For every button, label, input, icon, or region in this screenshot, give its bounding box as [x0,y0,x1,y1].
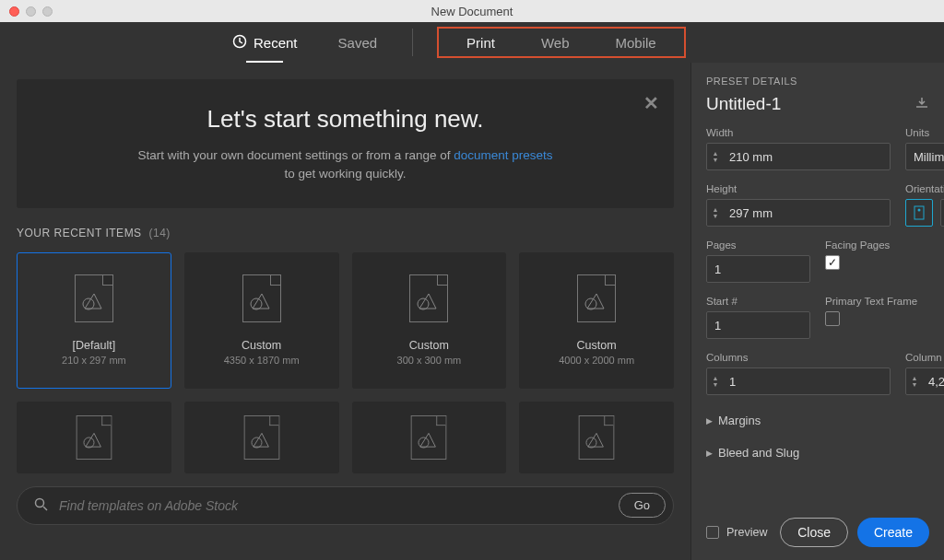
preview-checkbox[interactable] [706,526,719,539]
preset-custom-1[interactable]: Custom 4350 x 1870 mm [184,252,339,389]
hero-banner: ✕ Let's start something new. Start with … [17,79,674,208]
bleed-slug-section-toggle[interactable]: ▶ Bleed and Slug [706,446,929,460]
document-name[interactable]: Untitled-1 [706,94,781,114]
svg-point-1 [83,298,94,309]
preset-row2-2[interactable] [184,402,339,473]
chevron-right-icon: ▶ [706,449,713,458]
preset-details-panel: PRESET DETAILS Untitled-1 Width ▲▼ Units… [690,63,944,560]
pages-label: Pages [706,239,810,251]
recent-items-heading: YOUR RECENT ITEMS (14) [17,227,674,239]
create-button[interactable]: Create [857,518,929,547]
doc-type-tabs-highlight: Print Web Mobile [437,27,686,58]
panel-title: PRESET DETAILS [706,76,929,87]
document-presets-link[interactable]: document presets [454,148,552,162]
primary-text-frame-checkbox[interactable] [825,311,840,326]
facing-pages-checkbox[interactable]: ✓ [825,255,840,270]
tab-mobile[interactable]: Mobile [593,27,679,58]
svg-point-9 [36,498,44,507]
svg-point-7 [419,438,429,448]
width-field[interactable]: ▲▼ [706,143,891,170]
minimize-window-button[interactable] [26,6,36,17]
stepper-icon[interactable]: ▲▼ [707,204,724,221]
start-input[interactable] [707,312,809,338]
search-icon [34,497,48,514]
main-area: ✕ Let's start something new. Start with … [0,63,690,560]
columns-field[interactable]: ▲▼ [706,368,891,395]
primary-text-frame-label: Primary Text Frame [825,296,929,307]
svg-line-10 [43,507,47,510]
close-button[interactable]: Close [780,518,848,547]
facing-pages-label: Facing Pages [825,239,929,251]
svg-point-2 [251,298,262,309]
start-field[interactable] [706,311,810,339]
document-icon [411,415,447,460]
svg-point-3 [418,298,429,309]
tab-web[interactable]: Web [518,27,593,58]
tab-print-label: Print [466,35,495,51]
document-icon [77,415,112,460]
zoom-window-button[interactable] [42,6,53,17]
document-icon [243,415,279,460]
stock-search-bar: Go [17,486,674,525]
preset-row2-1[interactable] [17,402,171,473]
close-window-button[interactable] [9,6,19,17]
tab-web-label: Web [541,35,570,51]
preview-label: Preview [726,526,767,539]
recent-presets-grid: [Default] 210 x 297 mm Custom 4350 x 187… [17,252,674,389]
height-label: Height [706,183,891,194]
close-icon[interactable]: ✕ [643,92,659,114]
svg-rect-11 [914,206,924,219]
units-label: Units [905,127,944,138]
preset-custom-2[interactable]: Custom 300 x 300 mm [352,252,507,389]
recent-presets-grid-row2 [17,402,674,473]
tab-recent[interactable]: Recent [212,22,318,63]
document-icon [409,274,448,322]
orientation-label: Orientation [905,183,944,194]
window-controls [9,6,53,17]
orientation-landscape-button[interactable] [940,199,944,227]
document-icon [75,274,113,322]
gutter-field[interactable]: ▲▼ [905,368,944,395]
pages-input[interactable] [707,256,809,282]
orientation-portrait-button[interactable] [905,199,933,227]
stepper-icon[interactable]: ▲▼ [707,148,724,165]
header-tabs: Recent Saved Print Web Mobile [0,22,944,63]
margins-section-toggle[interactable]: ▶ Margins [706,414,929,427]
tab-recent-label: Recent [254,35,298,51]
document-icon [579,415,615,460]
document-icon [577,274,616,322]
width-input[interactable] [724,150,890,164]
tab-saved-label: Saved [338,35,378,51]
preset-default[interactable]: [Default] 210 x 297 mm [17,252,171,389]
hero-subtitle: Start with your own document settings or… [35,146,655,184]
recent-icon [232,34,247,52]
height-input[interactable] [724,206,890,220]
svg-point-4 [585,298,596,309]
titlebar: New Document [0,0,944,22]
start-label: Start # [706,296,810,307]
pages-field[interactable] [706,255,810,283]
columns-input[interactable] [724,375,890,389]
go-button[interactable]: Go [619,493,666,518]
tab-divider [412,29,413,56]
window-title: New Document [431,5,513,18]
svg-point-8 [586,438,596,448]
stepper-icon[interactable]: ▲▼ [906,373,923,390]
preset-row2-4[interactable] [519,402,674,473]
preset-row2-3[interactable] [352,402,507,473]
columns-label: Columns [706,352,891,363]
gutter-input[interactable] [923,375,944,389]
tab-saved[interactable]: Saved [318,22,398,63]
stock-search-input[interactable] [59,498,608,513]
tab-mobile-label: Mobile [616,35,656,51]
download-preset-icon[interactable] [914,97,929,112]
tab-print[interactable]: Print [443,27,518,58]
hero-title: Let's start something new. [35,105,655,134]
chevron-right-icon: ▶ [706,416,713,426]
units-select[interactable]: Millimeters ⌄ [905,143,944,170]
gutter-label: Column Gutter [905,352,944,363]
width-label: Width [706,127,891,138]
stepper-icon[interactable]: ▲▼ [707,373,724,390]
height-field[interactable]: ▲▼ [706,199,891,227]
preset-custom-3[interactable]: Custom 4000 x 2000 mm [519,252,674,389]
